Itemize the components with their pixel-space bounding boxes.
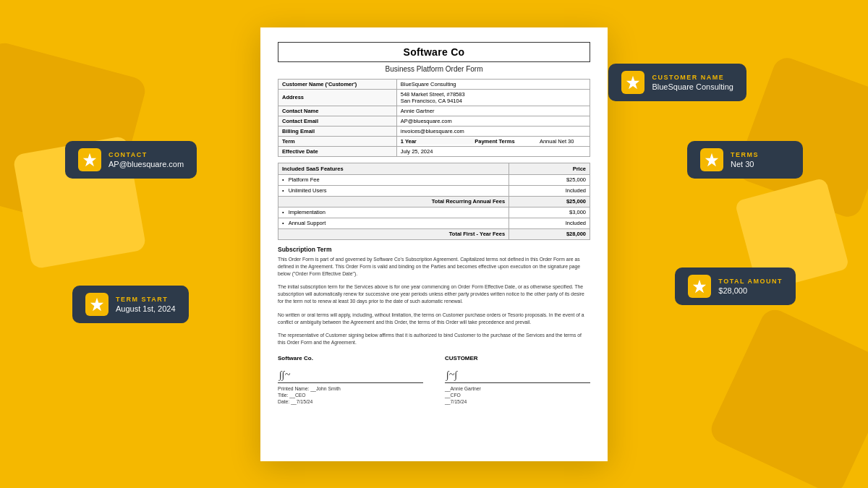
document: Software Co Business Platform Order Form… [260, 27, 608, 461]
field-label: Contact Email [278, 116, 397, 126]
table-row: Contact Name Annie Gartner [278, 106, 590, 116]
sig-customer-label: CUSTOMER [445, 355, 590, 361]
sig-printed-name-right: __Annie Gartner [445, 386, 590, 391]
total-recurring-row: Total Recurring Annual Fees $25,000 [278, 196, 590, 207]
term-start-badge: TERM START August 1st, 2024 [72, 286, 189, 323]
term-start-badge-text: TERM START August 1st, 2024 [116, 296, 176, 313]
term-inline-table: 1 Year Payment Terms Annual Net 30 [401, 138, 586, 145]
sig-date-right: __7/15/24 [445, 399, 590, 404]
customer-name-badge: CUSTOMER NAME BlueSquare Consulting [608, 64, 746, 101]
sig-block-customer: CUSTOMER __Annie Gartner __CFO __7/15/24 [445, 355, 590, 404]
field-value: 548 Market Street, #78583 San Francisco,… [396, 89, 590, 106]
terms-badge: TERMS Net 30 [687, 141, 803, 179]
table-row: •Annual SupportIncluded [278, 218, 590, 228]
contact-badge-text: CONTACT AP@bluesquare.com [109, 151, 184, 168]
diamond-icon-total [688, 275, 711, 298]
customer-info-table: Customer Name ('Customer') BlueSquare Co… [278, 79, 590, 157]
table-row: •Implementation$3,000 [278, 207, 590, 218]
field-label: Billing Email [278, 126, 397, 136]
sig-line-right [445, 367, 590, 383]
table-row: Effective Date July 25, 2024 [278, 146, 590, 156]
customer-name-badge-text: CUSTOMER NAME BlueSquare Consulting [652, 74, 733, 91]
field-value: invoices@bluesquare.com [396, 126, 590, 136]
total-amount-badge: TOTAL AMOUNT $28,000 [675, 267, 796, 305]
subscription-term-title: Subscription Term [278, 246, 590, 253]
table-row: Customer Name ('Customer') BlueSquare Co… [278, 79, 590, 89]
total-recurring-label: Total Recurring Annual Fees [278, 196, 509, 207]
subscription-body2: The initial subscription term for the Se… [278, 283, 590, 306]
subscription-body4: The representative of Customer signing b… [278, 332, 590, 346]
field-value: July 25, 2024 [396, 146, 590, 156]
price-header: Price [509, 163, 590, 174]
total-first-year-row: Total First - Year Fees $28,000 [278, 228, 590, 239]
total-recurring-value: $25,000 [509, 196, 590, 207]
feature-price: Included [509, 218, 590, 228]
feature-name: •Implementation [278, 207, 509, 218]
feature-name: •Platform Fee [278, 174, 509, 185]
sig-date-left: Date: __7/15/24 [278, 399, 423, 404]
table-row: Contact Email AP@bluesquare.com [278, 116, 590, 126]
feature-price: $25,000 [509, 174, 590, 185]
table-row: •Unlimited UsersIncluded [278, 185, 590, 196]
table-row: Address 548 Market Street, #78583 San Fr… [278, 89, 590, 106]
diamond-icon-contact [78, 148, 101, 171]
field-value: 1 Year Payment Terms Annual Net 30 [396, 136, 590, 146]
table-row: •Platform Fee$25,000 [278, 174, 590, 185]
feature-price: Included [509, 185, 590, 196]
subscription-body1: This Order Form is part of and governed … [278, 256, 590, 278]
features-price-table: Included SaaS Features Price •Platform F… [278, 163, 590, 240]
sig-line-left [278, 367, 423, 383]
feature-price: $3,000 [509, 207, 590, 218]
sig-printed-name-left: Printed Name: __John Smith [278, 386, 423, 391]
payment-terms-label: Payment Terms [475, 138, 540, 145]
sig-title-left: Title: __CEO [278, 393, 423, 398]
terms-badge-text: TERMS Net 30 [731, 151, 759, 168]
sig-title-right: __CFO [445, 393, 590, 398]
doc-subtitle: Business Platform Order Form [278, 65, 590, 73]
total-first-year-label: Total First - Year Fees [278, 228, 509, 239]
feature-name: •Annual Support [278, 218, 509, 228]
field-value: AP@bluesquare.com [396, 116, 590, 126]
sig-block-company: Software Co. Printed Name: __John Smith … [278, 355, 423, 404]
company-name: Software Co [278, 42, 590, 62]
diamond-icon-customer [621, 71, 644, 94]
contact-badge: CONTACT AP@bluesquare.com [65, 141, 197, 179]
field-label: Contact Name [278, 106, 397, 116]
bg-shape-bottom-right [707, 305, 868, 488]
term-value: 1 Year [401, 138, 475, 145]
table-row: Term 1 Year Payment Terms Annual Net 30 [278, 136, 590, 146]
field-value: BlueSquare Consulting [396, 79, 590, 89]
diamond-icon-term-start [85, 293, 109, 316]
payment-terms-value: Annual Net 30 [540, 138, 586, 145]
signature-area: Software Co. Printed Name: __John Smith … [278, 355, 590, 404]
field-label: Customer Name ('Customer') [278, 79, 397, 89]
diamond-icon-terms [700, 148, 723, 171]
feature-name: •Unlimited Users [278, 185, 509, 196]
sig-company-label: Software Co. [278, 355, 423, 361]
field-label: Term [278, 136, 397, 146]
features-header: Included SaaS Features [278, 163, 509, 174]
total-first-year-value: $28,000 [509, 228, 590, 239]
field-label: Address [278, 89, 397, 106]
total-amount-badge-text: TOTAL AMOUNT $28,000 [718, 278, 783, 295]
field-label: Effective Date [278, 146, 397, 156]
table-row: Billing Email invoices@bluesquare.com [278, 126, 590, 136]
field-value: Annie Gartner [396, 106, 590, 116]
subscription-body3: No written or oral terms will apply, inc… [278, 312, 590, 326]
